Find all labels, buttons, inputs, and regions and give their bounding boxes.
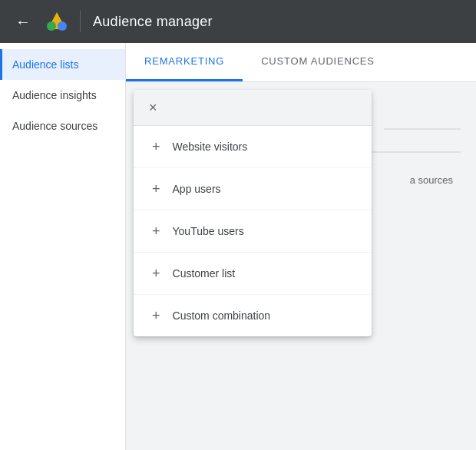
- dropdown-item-youtube-users[interactable]: + YouTube users: [134, 210, 372, 253]
- youtube-users-label: YouTube users: [173, 225, 244, 237]
- sidebar-item-audience-lists[interactable]: Audience lists: [0, 49, 125, 80]
- page-title: Audience manager: [93, 14, 213, 30]
- svg-point-1: [58, 22, 67, 31]
- header-divider: [80, 11, 81, 32]
- add-audience-dropdown: × + Website visitors + App users + YouTu…: [134, 90, 372, 336]
- tab-remarketing[interactable]: REMARKETING: [126, 43, 243, 81]
- google-ads-logo-icon: [46, 11, 68, 32]
- website-visitors-label: Website visitors: [173, 141, 248, 153]
- dropdown-item-custom-combination[interactable]: + Custom combination: [134, 295, 372, 336]
- content-area: a sources × + Website visitors + App use…: [126, 82, 476, 450]
- back-button[interactable]: ←: [12, 10, 34, 34]
- dropdown-item-app-users[interactable]: + App users: [134, 168, 372, 210]
- plus-icon-website-visitors: +: [152, 140, 160, 154]
- background-hint-text: a sources: [410, 174, 453, 186]
- app-header: ← Audience manager: [0, 0, 476, 43]
- dropdown-close-button[interactable]: ×: [146, 99, 160, 116]
- sidebar-item-audience-sources[interactable]: Audience sources: [0, 111, 125, 141]
- tabs-bar: REMARKETING CUSTOM AUDIENCES: [126, 43, 476, 82]
- sidebar: Audience lists Audience insights Audienc…: [0, 43, 126, 450]
- dropdown-item-website-visitors[interactable]: + Website visitors: [134, 126, 372, 168]
- plus-icon-custom-combination: +: [152, 309, 160, 323]
- main-layout: Audience lists Audience insights Audienc…: [0, 43, 476, 450]
- app-users-label: App users: [173, 183, 221, 195]
- tab-custom-audiences[interactable]: CUSTOM AUDIENCES: [243, 43, 393, 81]
- app-logo: [46, 11, 68, 32]
- bg-line-1: [384, 128, 461, 130]
- svg-point-2: [47, 22, 56, 31]
- plus-icon-app-users: +: [152, 182, 160, 196]
- plus-icon-customer-list: +: [152, 266, 160, 280]
- main-content: REMARKETING CUSTOM AUDIENCES a sources ×…: [126, 43, 476, 450]
- sidebar-item-audience-insights[interactable]: Audience insights: [0, 80, 125, 111]
- dropdown-header: ×: [134, 90, 372, 126]
- custom-combination-label: Custom combination: [173, 309, 271, 322]
- plus-icon-youtube-users: +: [152, 224, 160, 238]
- dropdown-item-customer-list[interactable]: + Customer list: [134, 253, 372, 295]
- customer-list-label: Customer list: [173, 267, 236, 280]
